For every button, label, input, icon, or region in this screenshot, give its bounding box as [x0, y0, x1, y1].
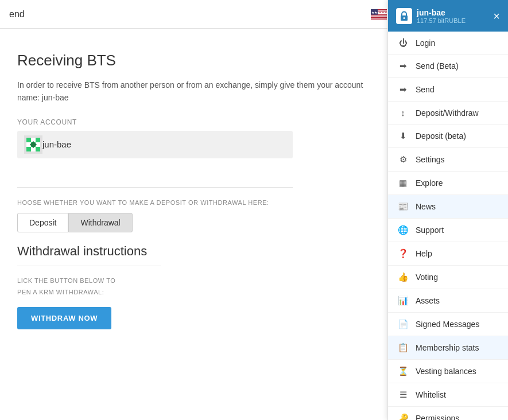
svg-text:★★★★★★: ★★★★★★	[371, 11, 387, 14]
permissions-icon: 🔑	[397, 413, 409, 420]
explore-icon: ▦	[397, 178, 409, 188]
voting-icon: 👍	[397, 272, 409, 282]
settings-icon: ⚙	[397, 154, 409, 165]
vesting-icon: ⏳	[397, 366, 409, 376]
menu-item-send[interactable]: ➡ Send	[388, 78, 508, 102]
choose-label: HOOSE WHETHER YOU WANT TO MAKE A DEPOSIT…	[17, 199, 379, 206]
svg-rect-7	[371, 14, 387, 15]
menu-item-whitelist[interactable]: ☰ Whitelist	[388, 383, 508, 407]
menu-label-send-beta: Send (Beta)	[416, 61, 499, 71]
account-avatar	[24, 135, 42, 154]
svg-rect-9	[371, 16, 387, 17]
menu-item-explore[interactable]: ▦ Explore	[388, 172, 508, 195]
menu-label-deposit-beta: Deposit (beta)	[416, 131, 499, 141]
menu-item-support[interactable]: 🌐 Support	[388, 219, 508, 242]
svg-rect-8	[371, 15, 387, 16]
menu-item-login[interactable]: ⏻ Login	[388, 32, 508, 55]
deposit-tab[interactable]: Deposit	[17, 213, 68, 232]
flag-icon: ★★★★★★	[371, 9, 387, 20]
deposit-withdrawal-tabs: Deposit Withdrawal	[17, 213, 379, 232]
menu-label-settings: Settings	[416, 155, 499, 164]
menu-label-signed-messages: Signed Messages	[416, 320, 499, 329]
menu-item-signed-messages[interactable]: 📄 Signed Messages	[388, 313, 508, 336]
app-title: end	[9, 9, 25, 20]
menu-label-news: News	[416, 202, 499, 211]
menu-item-settings[interactable]: ⚙ Settings	[388, 148, 508, 172]
membership-icon: 📋	[397, 343, 409, 353]
menu-item-deposit-beta[interactable]: ⬇ Deposit (beta)	[388, 125, 508, 148]
main-content: end ★★★★★★ Receiving BTS In order to rec…	[0, 0, 396, 420]
whitelist-icon: ☰	[397, 390, 409, 400]
sidebar-header: jun-bae 117.57 bitRUBLE ×	[388, 0, 508, 32]
receiving-description: In order to receive BTS from another per…	[17, 79, 379, 104]
svg-rect-24	[36, 147, 40, 151]
menu-item-help[interactable]: ❓ Help	[388, 242, 508, 266]
menu-item-voting[interactable]: 👍 Voting	[388, 266, 508, 289]
menu-item-send-beta[interactable]: ➡ Send (Beta)	[388, 55, 508, 78]
svg-rect-12	[371, 18, 387, 19]
menu-label-help: Help	[416, 249, 499, 258]
menu-label-membership-stats: Membership stats	[416, 343, 499, 352]
sidebar-menu: jun-bae 117.57 bitRUBLE × ⏻ Login ➡ Send…	[387, 0, 508, 420]
withdrawal-tab[interactable]: Withdrawal	[68, 213, 132, 232]
signed-messages-icon: 📄	[397, 319, 409, 329]
send-icon: ➡	[397, 84, 409, 95]
account-name-value: jun-bae	[42, 139, 71, 149]
menu-label-login: Login	[416, 38, 499, 48]
sidebar-user-info: jun-bae 117.57 bitRUBLE	[417, 8, 466, 24]
withdrawal-divider	[17, 266, 161, 266]
news-icon: 📰	[397, 201, 409, 212]
lock-icon	[396, 8, 412, 24]
click-label: LICK THE BUTTON BELOW TO PEN A KRM WITHD…	[17, 275, 379, 298]
choose-section: HOOSE WHETHER YOU WANT TO MAKE A DEPOSIT…	[0, 199, 396, 330]
deposit-withdraw-icon: ↕	[397, 108, 409, 118]
menu-items-list: ⏻ Login ➡ Send (Beta) ➡ Send ↕ Deposit/W…	[388, 32, 508, 420]
menu-item-membership-stats[interactable]: 📋 Membership stats	[388, 336, 508, 360]
sidebar-username: jun-bae	[417, 8, 466, 17]
withdraw-now-button[interactable]: WITHDRAW NOW	[17, 307, 111, 329]
deposit-beta-icon: ⬇	[397, 131, 409, 141]
section-divider	[17, 187, 293, 188]
send-beta-icon: ➡	[397, 61, 409, 71]
svg-rect-17	[36, 138, 40, 142]
svg-rect-16	[26, 138, 31, 142]
menu-label-assets: Assets	[416, 296, 499, 305]
menu-item-news[interactable]: 📰 News	[388, 195, 508, 219]
sidebar-close-button[interactable]: ×	[493, 10, 500, 22]
menu-label-permissions: Permissions	[416, 414, 499, 420]
menu-label-voting: Voting	[416, 273, 499, 282]
power-icon: ⏻	[397, 38, 409, 48]
top-bar: end ★★★★★★	[0, 0, 396, 29]
assets-icon: 📊	[397, 295, 409, 306]
svg-rect-11	[371, 18, 387, 18]
sidebar-header-left: jun-bae 117.57 bitRUBLE	[396, 8, 466, 24]
receiving-title: Receiving BTS	[17, 52, 379, 69]
menu-item-deposit-withdraw[interactable]: ↕ Deposit/Withdraw	[388, 102, 508, 125]
help-icon: ❓	[397, 248, 409, 259]
svg-rect-22	[26, 147, 31, 151]
menu-label-explore: Explore	[416, 178, 499, 188]
withdrawal-title: Withdrawal instructions	[17, 244, 379, 259]
svg-rect-10	[371, 17, 387, 17]
menu-label-whitelist: Whitelist	[416, 390, 499, 399]
your-account-label: YOUR ACCOUNT	[17, 118, 379, 126]
menu-label-send: Send	[416, 85, 499, 94]
sidebar-balance: 117.57 bitRUBLE	[417, 17, 466, 24]
menu-item-assets[interactable]: 📊 Assets	[388, 289, 508, 313]
receiving-section: Receiving BTS In order to receive BTS fr…	[0, 29, 396, 176]
account-input-row: jun-bae	[17, 131, 293, 158]
menu-item-permissions[interactable]: 🔑 Permissions	[388, 407, 508, 420]
svg-point-27	[404, 17, 405, 19]
menu-label-vesting-balances: Vesting balances	[416, 367, 499, 376]
menu-label-deposit-withdraw: Deposit/Withdraw	[416, 108, 499, 118]
support-icon: 🌐	[397, 225, 409, 235]
menu-label-support: Support	[416, 225, 499, 235]
menu-item-vesting-balances[interactable]: ⏳ Vesting balances	[388, 360, 508, 383]
